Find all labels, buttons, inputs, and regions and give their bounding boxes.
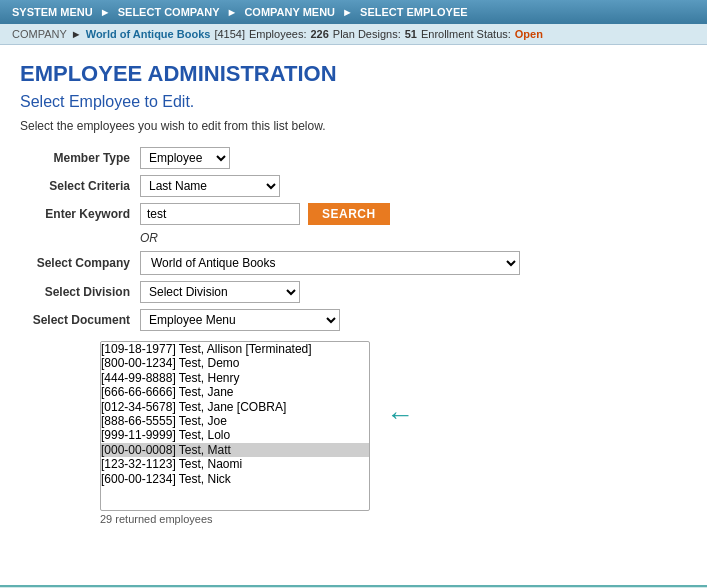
select-company-control: World of Antique Books <box>140 251 520 275</box>
select-company-row: Select Company World of Antique Books <box>20 251 687 275</box>
employee-listbox[interactable]: [109-18-1977] Test, Allison [Terminated]… <box>100 341 370 511</box>
select-document-row: Select Document Employee Menu <box>20 309 687 331</box>
nav-sep-1: ► <box>100 6 111 18</box>
or-divider: OR <box>140 231 687 245</box>
select-division-control: Select Division <box>140 281 300 303</box>
breadcrumb-employees-label: Employees: <box>249 28 306 40</box>
instruction: Select the employees you wish to edit fr… <box>20 119 687 133</box>
employee-list-container: [109-18-1977] Test, Allison [Terminated]… <box>100 341 687 511</box>
select-criteria-row: Select Criteria Last Name First Name SSN… <box>20 175 687 197</box>
select-document-label: Select Document <box>20 313 140 327</box>
keyword-input[interactable] <box>140 203 300 225</box>
enter-keyword-control: SEARCH <box>140 203 390 225</box>
member-type-control: Employee Dependent Beneficiary <box>140 147 230 169</box>
breadcrumb: COMPANY ► World of Antique Books [4154] … <box>0 24 707 45</box>
breadcrumb-sep: ► <box>71 28 82 40</box>
nav-item-select-company[interactable]: SELECT COMPANY <box>118 6 220 18</box>
breadcrumb-enrollment-status: Open <box>515 28 543 40</box>
select-document-select[interactable]: Employee Menu <box>140 309 340 331</box>
select-division-row: Select Division Select Division <box>20 281 687 303</box>
nav-item-system-menu[interactable]: SYSTEM MENU <box>12 6 93 18</box>
main-content: EMPLOYEE ADMINISTRATION Select Employee … <box>0 45 707 585</box>
breadcrumb-employees-count: 226 <box>310 28 328 40</box>
breadcrumb-plan-label: Plan Designs: <box>333 28 401 40</box>
search-button[interactable]: SEARCH <box>308 203 390 225</box>
result-count: 29 returned employees <box>100 513 687 525</box>
select-document-control: Employee Menu <box>140 309 340 331</box>
enter-keyword-label: Enter Keyword <box>20 207 140 221</box>
enter-keyword-row: Enter Keyword SEARCH <box>20 203 687 225</box>
breadcrumb-enrollment-label: Enrollment Status: <box>421 28 511 40</box>
select-criteria-control: Last Name First Name SSN Employee ID <box>140 175 280 197</box>
select-criteria-label: Select Criteria <box>20 179 140 193</box>
breadcrumb-plan-count: 51 <box>405 28 417 40</box>
select-company-label: Select Company <box>20 256 140 270</box>
company-name-link[interactable]: World of Antique Books <box>86 28 211 40</box>
company-label: COMPANY <box>12 28 67 40</box>
nav-item-company-menu[interactable]: COMPANY MENU <box>244 6 335 18</box>
select-criteria-select[interactable]: Last Name First Name SSN Employee ID <box>140 175 280 197</box>
member-type-row: Member Type Employee Dependent Beneficia… <box>20 147 687 169</box>
select-division-label: Select Division <box>20 285 140 299</box>
member-type-select[interactable]: Employee Dependent Beneficiary <box>140 147 230 169</box>
nav-sep-2: ► <box>226 6 237 18</box>
nav-sep-3: ► <box>342 6 353 18</box>
select-company-select[interactable]: World of Antique Books <box>140 251 520 275</box>
select-division-select[interactable]: Select Division <box>140 281 300 303</box>
member-type-label: Member Type <box>20 151 140 165</box>
page-title: EMPLOYEE ADMINISTRATION <box>20 61 687 87</box>
section-title: Select Employee to Edit. <box>20 93 687 111</box>
nav-item-select-employee[interactable]: SELECT EMPLOYEE <box>360 6 468 18</box>
top-nav: SYSTEM MENU ► SELECT COMPANY ► COMPANY M… <box>0 0 707 24</box>
company-id: [4154] <box>214 28 245 40</box>
arrow-indicator: ← <box>386 401 414 429</box>
